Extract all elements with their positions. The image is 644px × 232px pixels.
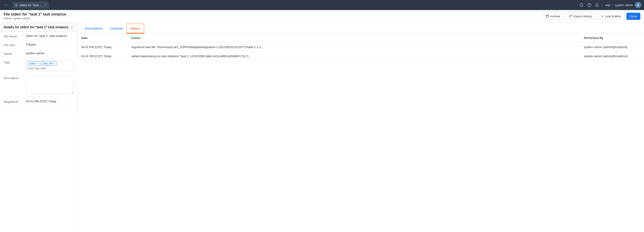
- search-icon: [580, 3, 584, 7]
- svg-point-0: [580, 4, 583, 6]
- file-name-label: File Name: [4, 34, 24, 38]
- table-header-row: Date Action Performed By: [78, 34, 644, 42]
- link-entities-label: Link Entities: [605, 14, 621, 18]
- done-label: Done: [630, 14, 637, 18]
- collapse-button[interactable]: [70, 26, 74, 29]
- help-button[interactable]: [587, 3, 591, 7]
- tags-row: Tags stderr × task_file ×: [0, 58, 77, 74]
- page-title: File stderr for "task 1" task instance: [4, 12, 66, 16]
- link-icon: [601, 14, 604, 18]
- row-action-0: registered task file "/home/esp/Lab7_ESP…: [128, 42, 580, 52]
- tab-history[interactable]: History: [126, 24, 144, 34]
- nav-icons: [580, 3, 599, 7]
- tag-stderr-remove[interactable]: ×: [37, 62, 38, 65]
- search-button[interactable]: [580, 3, 584, 7]
- nav-tab-close[interactable]: ×: [45, 4, 46, 6]
- row-performed-1: system admin (admin@localhost): [580, 52, 644, 61]
- top-nav: ← ⊞ stderr for "task ... × | esp | syste…: [0, 0, 644, 10]
- export-history-label: Export History: [573, 14, 592, 18]
- back-button[interactable]: ←: [3, 1, 10, 9]
- tag-stderr-label: stderr: [29, 62, 36, 65]
- file-size-value: 0 Bytes: [26, 43, 74, 46]
- page-header-right: Archive Export History Link Entities Don…: [542, 13, 640, 20]
- tab-associations[interactable]: Associations: [81, 24, 106, 34]
- svg-rect-4: [546, 15, 549, 16]
- avatar: S: [635, 2, 641, 8]
- user-label: system admin: [615, 4, 633, 7]
- tags-value: stderr × task_file ×: [26, 60, 74, 71]
- col-date-header: Date: [78, 34, 128, 42]
- tag-taskfile: task_file ×: [41, 61, 56, 66]
- description-row: Description: [0, 74, 77, 97]
- page-header-left: File stderr for "task 1" task instance O…: [4, 12, 66, 20]
- owner-row: Owner system admin: [0, 49, 77, 58]
- page-owner: Owner: system admin: [4, 17, 66, 20]
- export-icon: [569, 14, 572, 18]
- left-panel-header: Details for stderr for "task 1" task ins…: [0, 22, 77, 32]
- page-header: File stderr for "task 1" task instance O…: [0, 10, 644, 22]
- archive-icon: [546, 14, 549, 18]
- back-icon: ←: [4, 3, 8, 8]
- description-textarea[interactable]: [26, 76, 74, 94]
- bell-icon: [595, 3, 599, 7]
- bell-button[interactable]: [595, 3, 599, 7]
- tenant-label: esp: [606, 4, 610, 7]
- left-panel: Details for stderr for "task 1" task ins…: [0, 22, 78, 232]
- tabs-bar: Associations Contents History: [78, 22, 644, 34]
- file-size-row: File Size 0 Bytes: [0, 40, 77, 49]
- col-performed-header: Performed By: [580, 34, 644, 42]
- nav-user: esp | system admin S: [606, 2, 641, 8]
- table-row: 04:41 PM (CDT) Today registered task fil…: [78, 42, 644, 52]
- file-size-label: File Size: [4, 43, 24, 47]
- registered-value: 04:41 PM (CDT) Today: [26, 100, 74, 103]
- tags-label: Tags: [4, 60, 24, 64]
- owner-value: system admin: [26, 52, 74, 55]
- tags-input[interactable]: [28, 67, 62, 70]
- tag-stderr: stderr ×: [28, 61, 40, 66]
- archive-button[interactable]: Archive: [542, 13, 564, 20]
- right-panel: Associations Contents History Date Actio…: [78, 22, 644, 232]
- archive-label: Archive: [550, 14, 560, 18]
- svg-line-6: [570, 15, 572, 16]
- row-date-0: 04:41 PM (CDT) Today: [78, 42, 128, 52]
- nav-tab-label: stderr for "task ...: [20, 4, 42, 7]
- file-name-row: File Name stderr for "task 1" task insta…: [0, 32, 77, 40]
- file-name-value: stderr for "task 1" task instance: [26, 34, 74, 38]
- table-row: 04:41 PM (CDT) Today added dependency on…: [78, 52, 644, 61]
- description-value: [26, 76, 74, 95]
- nav-tab: ⊞ stderr for "task ... ×: [13, 2, 49, 8]
- help-icon: [587, 3, 591, 7]
- link-entities-button[interactable]: Link Entities: [597, 13, 624, 20]
- row-action-1: added dependency on task instance "task …: [128, 52, 580, 61]
- main-content: Details for stderr for "task 1" task ins…: [0, 22, 644, 232]
- collapse-icon: [70, 26, 74, 29]
- registered-label: Registered: [4, 100, 24, 104]
- tab-contents[interactable]: Contents: [106, 24, 126, 34]
- row-performed-0: system admin (admin@localhost): [580, 42, 644, 52]
- table-area: Date Action Performed By 04:41 PM (CDT) …: [78, 34, 644, 232]
- data-tab-icon: ⊞: [15, 3, 18, 7]
- row-date-1: 04:41 PM (CDT) Today: [78, 52, 128, 61]
- description-label: Description: [4, 76, 24, 80]
- tag-taskfile-remove[interactable]: ×: [54, 62, 55, 65]
- tags-wrapper[interactable]: stderr × task_file ×: [26, 60, 74, 71]
- tag-taskfile-label: task_file: [43, 62, 53, 65]
- export-history-button[interactable]: Export History: [565, 13, 596, 20]
- owner-label: Owner: [4, 52, 24, 56]
- svg-line-1: [582, 6, 583, 6]
- nav-user-divider: |: [612, 3, 613, 7]
- done-button[interactable]: Done: [626, 13, 640, 20]
- registered-row: Registered 04:41 PM (CDT) Today: [0, 97, 77, 106]
- history-table-body: 04:41 PM (CDT) Today registered task fil…: [78, 42, 644, 61]
- history-table: Date Action Performed By 04:41 PM (CDT) …: [78, 34, 644, 61]
- nav-divider: |: [602, 3, 603, 7]
- left-panel-title: Details for stderr for "task 1" task ins…: [4, 25, 68, 29]
- col-action-header: Action: [128, 34, 580, 42]
